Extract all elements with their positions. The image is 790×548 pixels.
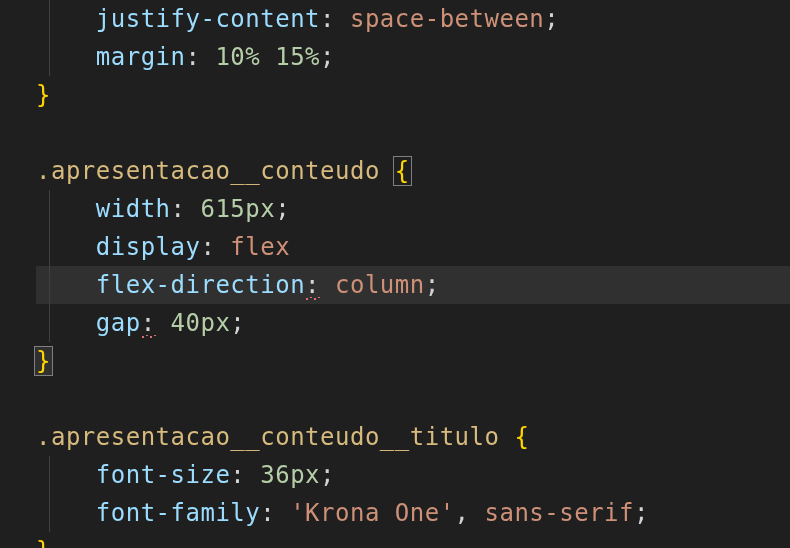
close-brace: } (36, 81, 51, 109)
semicolon-punct: ; (634, 499, 649, 527)
indent (36, 499, 96, 527)
space (200, 43, 215, 71)
indent (36, 309, 96, 337)
css-value: 'Krona One' (290, 499, 454, 527)
space (470, 499, 485, 527)
semicolon-punct: ; (230, 309, 245, 337)
indent (36, 43, 96, 71)
space (186, 195, 201, 223)
space (320, 271, 335, 299)
code-line[interactable]: font-size: 36px; (36, 456, 790, 494)
semicolon-punct: ; (320, 461, 335, 489)
semicolon-punct: ; (425, 271, 440, 299)
bracket-match-open: { (393, 156, 412, 186)
css-value: space-between (350, 5, 544, 33)
comma-punct: , (455, 499, 470, 527)
code-line[interactable]: .apresentacao__conteudo { (36, 152, 790, 190)
css-property: display (96, 233, 201, 261)
css-value: 10% (215, 43, 260, 71)
css-selector: .apresentacao__conteudo__titulo (36, 423, 499, 451)
colon-punct: : (320, 5, 335, 33)
code-line[interactable]: .apresentacao__conteudo__titulo { (36, 418, 790, 456)
css-property: width (96, 195, 171, 223)
colon-punct: : (171, 195, 186, 223)
colon-punct: : (186, 43, 201, 71)
css-value: 40px (171, 309, 231, 337)
code-line[interactable]: } (36, 76, 790, 114)
semicolon-punct: ; (275, 195, 290, 223)
colon-punct: : (230, 461, 245, 489)
space (260, 43, 275, 71)
css-value: flex (230, 233, 290, 261)
colon-punct: : (260, 499, 275, 527)
css-value: column (335, 271, 425, 299)
css-property: justify-content (96, 5, 320, 33)
code-line-blank[interactable] (36, 380, 790, 418)
semicolon-punct: ; (320, 43, 335, 71)
space (215, 233, 230, 261)
code-line[interactable]: margin: 10% 15%; (36, 38, 790, 76)
bracket-match-close: } (34, 346, 53, 376)
css-property: font-family (96, 499, 260, 527)
open-brace: { (395, 157, 410, 185)
indent (36, 233, 96, 261)
colon-punct: : (305, 271, 320, 299)
lint-squiggle: : (305, 271, 320, 299)
space (156, 309, 171, 337)
css-property: font-size (96, 461, 231, 489)
colon-punct: : (200, 233, 215, 261)
close-brace: } (36, 347, 51, 375)
code-line[interactable]: } (36, 532, 790, 548)
css-property: margin (96, 43, 186, 71)
css-value: 36px (260, 461, 320, 489)
code-line[interactable]: gap: 40px; (36, 304, 790, 342)
indent (36, 5, 96, 33)
space (275, 499, 290, 527)
code-editor[interactable]: justify-content: space-between; margin: … (0, 0, 790, 548)
space (335, 5, 350, 33)
code-line-blank[interactable] (36, 114, 790, 152)
indent (36, 195, 96, 223)
space (499, 423, 514, 451)
code-line-active[interactable]: flex-direction: column; (36, 266, 790, 304)
open-brace: { (514, 423, 529, 451)
css-value: sans-serif (485, 499, 635, 527)
semicolon-punct: ; (544, 5, 559, 33)
colon-punct: : (141, 309, 156, 337)
css-property: flex-direction (96, 271, 305, 299)
code-line[interactable]: width: 615px; (36, 190, 790, 228)
code-line[interactable]: } (36, 342, 790, 380)
code-line[interactable]: justify-content: space-between; (36, 0, 790, 38)
lint-squiggle: : (141, 309, 156, 337)
code-line[interactable]: display: flex (36, 228, 790, 266)
code-line[interactable]: font-family: 'Krona One', sans-serif; (36, 494, 790, 532)
css-property: gap (96, 309, 141, 337)
indent (36, 271, 96, 299)
close-brace: } (36, 537, 51, 548)
space (245, 461, 260, 489)
css-selector: .apresentacao__conteudo (36, 157, 380, 185)
css-value: 615px (200, 195, 275, 223)
css-value: 15% (275, 43, 320, 71)
indent (36, 461, 96, 489)
